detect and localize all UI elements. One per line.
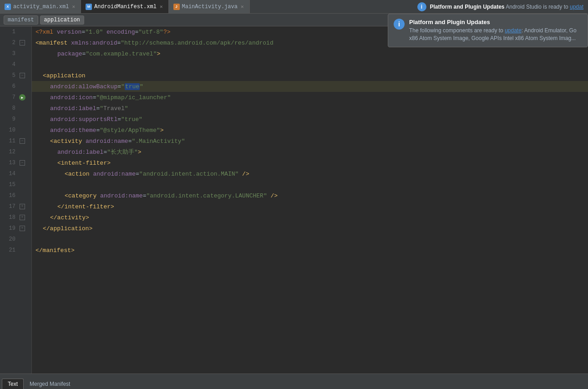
xml-file-icon: X [5,4,11,10]
gutter-row-7: 7 ▶ [0,92,31,103]
gutter-row-13: 13 − [0,157,31,168]
code-line-empty3 [32,278,588,288]
gutter-row-15: 15 [0,179,31,190]
gutter-row-14: 14 [0,168,31,179]
gutter-row-9: 9 [0,114,31,125]
code-line-empty6 [32,310,588,321]
code-line-18: </activity> [32,212,588,223]
gutter-row-19: 19 + [0,223,31,234]
notification-icon: i [394,19,405,30]
code-line-13: <intent-filter> [32,157,588,168]
nav-item-application[interactable]: application [40,15,84,25]
code-line-20 [32,234,588,245]
gutter-row-3: 3 [0,48,31,59]
code-line-empty2 [32,267,588,278]
gutter-row-16: 16 [0,190,31,201]
gutter-row-2: 2 − [0,37,31,48]
code-line-5: <application [32,70,588,81]
bottom-tab-text[interactable]: Text [2,379,24,389]
gutter-row-18: 18 + [0,212,31,223]
code-line-9: android:supportsRtl="true" [32,114,588,125]
notification-update-link[interactable]: update [505,27,522,34]
line-number-gutter: 1 2 − 3 4 5 − [0,26,32,374]
editor-area: 1 2 − 3 4 5 − [0,26,588,374]
bottom-tab-merged-manifest[interactable]: Merged Manifest [24,379,76,389]
gutter-row-12: 12 [0,147,31,157]
tab-activity-main[interactable]: X activity_main.xml ✕ [0,0,81,13]
code-line-21: </manifest> [32,245,588,256]
code-line-6: android:allowBackup="true" [32,81,588,92]
notification-header-icon: i [417,2,426,11]
tab-android-manifest-close[interactable]: ✕ [159,4,164,10]
gutter-row-21: 21 [0,245,31,256]
tab-activity-main-close[interactable]: ✕ [71,4,76,10]
notification-content: Platform and Plugin Updates The followin… [409,19,582,42]
code-line-3: package="com.example.travel"> [32,48,588,59]
gutter-row-6: 6 [0,81,31,92]
notification-popup: i Platform and Plugin Updates The follow… [388,14,588,47]
code-line-empty5 [32,299,588,310]
code-line-19: </application> [32,223,588,234]
tab-activity-main-label: activity_main.xml [13,4,69,10]
code-editor[interactable]: <?xml version="1.0" encoding="utf-8"?> <… [32,26,588,374]
code-line-12: android:label="长大助手"> [32,147,588,157]
tab-android-manifest[interactable]: M AndroidManifest.xml ✕ [81,0,168,13]
gutter-row-17: 17 + [0,201,31,212]
nav-item-manifest[interactable]: manifest [4,15,38,25]
tab-main-activity[interactable]: J MainActivity.java ✕ [169,0,250,13]
android-debug-icon: ▶ [19,94,25,101]
code-line-8: android:label="Travel" [32,103,588,114]
code-line-empty8 [32,332,588,343]
tab-main-activity-label: MainActivity.java [182,4,238,10]
tab-android-manifest-label: AndroidManifest.xml [94,4,157,10]
tab-bar: X activity_main.xml ✕ M AndroidManifest.… [0,0,588,14]
notification-header-link[interactable]: updat [570,4,583,10]
code-line-10: android:theme="@style/AppTheme"> [32,125,588,136]
notification-header-title: Platform and Plugin Updates Android Stud… [430,4,583,10]
code-line-7: android:icon="@mipmap/ic_launcher" [32,92,588,103]
gutter-row-5: 5 − [0,70,31,81]
gutter-row-8: 8 [0,103,31,114]
gutter-row-1: 1 [0,26,31,37]
notification-body: The following components are ready to up… [409,27,582,42]
notification-title: Platform and Plugin Updates [409,19,582,25]
code-line-4 [32,59,588,70]
gutter-row-11: 11 − [0,136,31,147]
gutter-row-10: 10 [0,125,31,136]
code-line-15 [32,179,588,190]
code-line-empty4 [32,288,588,299]
gutter-row-4: 4 [0,59,31,70]
manifest-file-icon: M [86,4,92,10]
code-line-empty7 [32,321,588,332]
code-line-14: <action android:name="android.intent.act… [32,168,588,179]
code-line-16: <category android:name="android.intent.c… [32,190,588,201]
tab-main-activity-close[interactable]: ✕ [240,4,245,10]
bottom-bar: Text Merged Manifest [0,374,588,389]
gutter-row-20: 20 [0,234,31,245]
code-line-17: </intent-filter> [32,201,588,212]
code-line-empty [32,256,588,267]
java-file-icon: J [173,4,180,10]
code-line-11: <activity android:name=".MainActivity" [32,136,588,147]
